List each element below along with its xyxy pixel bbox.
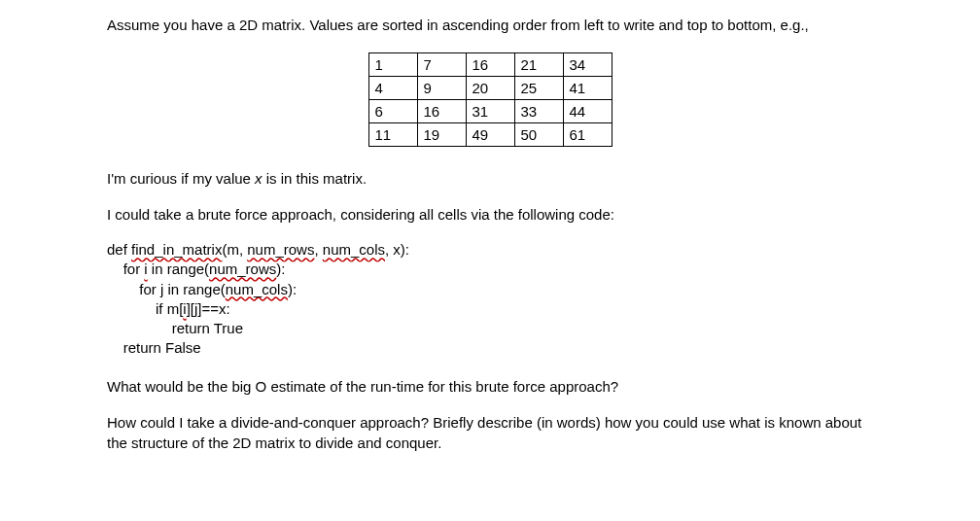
code-text: for xyxy=(107,260,144,277)
cell: 4 xyxy=(368,77,417,100)
code-text: def xyxy=(107,241,131,258)
code-block: def find_in_matrix(m, num_rows, num_cols… xyxy=(107,240,873,359)
cell: 50 xyxy=(514,123,563,147)
squiggle-text: num_rows xyxy=(209,260,276,277)
squiggle-text: find_in_matrix xyxy=(131,241,222,258)
cell: 33 xyxy=(514,100,563,123)
cell: 6 xyxy=(368,100,417,123)
table-row: 4 9 20 25 41 xyxy=(368,77,612,100)
cell: 20 xyxy=(466,77,514,100)
code-text: , x): xyxy=(385,241,409,258)
text: I'm curious if my value xyxy=(107,170,255,187)
code-text: , xyxy=(314,241,322,258)
cell: 25 xyxy=(514,77,563,100)
squiggle-text: num_cols xyxy=(323,241,385,258)
cell: 7 xyxy=(417,53,466,77)
paragraph-intro: Assume you have a 2D matrix. Values are … xyxy=(107,15,873,35)
cell: 1 xyxy=(368,53,417,77)
cell: 61 xyxy=(563,123,612,147)
table-row: 1 7 16 21 34 xyxy=(368,53,612,77)
text: is in this matrix. xyxy=(262,170,368,187)
squiggle-text: num_rows xyxy=(247,241,314,258)
paragraph-divide-conquer: How could I take a divide-and-conquer ap… xyxy=(107,412,873,453)
code-text: return False xyxy=(107,339,201,356)
code-text: ][j]==x: xyxy=(187,300,230,317)
table-row: 11 19 49 50 61 xyxy=(368,123,612,147)
cell: 16 xyxy=(417,100,466,123)
paragraph-brute-force: I could take a brute force approach, con… xyxy=(107,204,873,225)
table-row: 6 16 31 33 44 xyxy=(368,100,612,123)
code-text: if m[ xyxy=(107,300,183,317)
paragraph-bigo-question: What would be the big O estimate of the … xyxy=(107,376,873,397)
code-text: for j in range( xyxy=(107,281,226,297)
cell: 9 xyxy=(417,77,466,100)
cell: 49 xyxy=(466,123,514,147)
paragraph-question-x: I'm curious if my value x is in this mat… xyxy=(107,168,873,189)
squiggle-text: num_cols xyxy=(226,281,288,297)
cell: 44 xyxy=(563,100,612,123)
code-text: ): xyxy=(288,281,297,297)
cell: 41 xyxy=(563,77,612,100)
code-text: in range( xyxy=(148,260,209,277)
cell: 34 xyxy=(563,53,612,77)
code-text: ): xyxy=(276,260,285,277)
variable-x: x xyxy=(255,170,262,187)
cell: 19 xyxy=(417,123,466,147)
matrix-table-container: 1 7 16 21 34 4 9 20 25 41 6 16 31 33 44 … xyxy=(107,52,873,147)
matrix-table: 1 7 16 21 34 4 9 20 25 41 6 16 31 33 44 … xyxy=(368,52,612,147)
code-text: return True xyxy=(107,320,243,336)
code-text: (m, xyxy=(222,241,247,258)
cell: 21 xyxy=(514,53,563,77)
cell: 11 xyxy=(368,123,417,147)
cell: 16 xyxy=(466,53,514,77)
cell: 31 xyxy=(466,100,514,123)
